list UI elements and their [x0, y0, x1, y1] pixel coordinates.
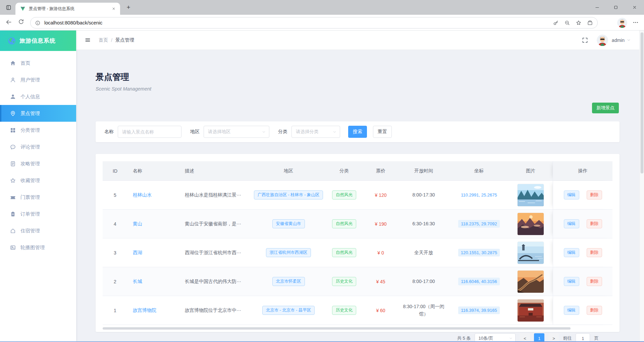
sidebar-item-chat[interactable]: 评论管理 [0, 138, 76, 155]
cell-id: 3 [103, 238, 127, 267]
sidebar-item-doc[interactable]: 攻略管理 [0, 155, 76, 172]
password-key-icon[interactable] [553, 20, 558, 25]
region-tag: 北京市 - 北京市 - 昌平区 [262, 306, 315, 315]
window-close-button[interactable] [625, 0, 644, 15]
delete-button[interactable]: 删除 [587, 190, 602, 199]
sidebar-menu: 首页用户管理个人信息景点管理分类管理评论管理攻略管理收藏管理门票管理订单管理住宿… [0, 55, 76, 256]
add-scenic-button[interactable]: 新增景点 [592, 103, 619, 113]
sidebar: 旅游信息系统 首页用户管理个人信息景点管理分类管理评论管理攻略管理收藏管理门票管… [0, 31, 76, 342]
delete-button[interactable]: 删除 [587, 248, 602, 257]
cell-desc: 西湖位于浙江省杭州市西··· [179, 238, 252, 267]
page-subtitle: Scenic Spot Management [96, 86, 151, 92]
chevron-down-icon [509, 337, 513, 340]
scenic-thumbnail[interactable] [518, 242, 544, 264]
page-size-select[interactable]: 10条/页 [475, 333, 516, 342]
app-title: 旅游信息系统 [19, 37, 56, 45]
scenic-thumbnail[interactable] [518, 184, 544, 206]
sidebar-item-user[interactable]: 用户管理 [0, 71, 76, 88]
window-menu-icon[interactable] [4, 3, 13, 12]
window-maximize-button[interactable] [606, 0, 625, 15]
edit-button[interactable]: 编辑 [564, 248, 579, 257]
page-scrollbar[interactable] [639, 31, 644, 342]
col-header-price: 票价 [364, 161, 398, 180]
table-row: 3西湖西湖位于浙江省杭州市西···浙江省杭州市西湖区自然风光¥ 0全天开放120… [103, 238, 612, 267]
sidebar-item-star[interactable]: 收藏管理 [0, 172, 76, 189]
url-field[interactable]: localhost:8080/back/scenic [30, 17, 598, 28]
breadcrumb-home[interactable]: 首页 [99, 37, 108, 43]
delete-button[interactable]: 删除 [587, 219, 602, 228]
chat-icon [10, 144, 16, 150]
cell-coord: 116.3974, 39.9165 [449, 296, 508, 325]
col-header-ops: 操作 [553, 161, 612, 180]
cell-coord: 118.2375, 29.7092 [449, 210, 508, 238]
name-filter-label: 名称 [104, 129, 114, 135]
col-header-id: ID [103, 161, 127, 180]
next-page-button[interactable]: > [548, 333, 559, 342]
goto-page-input[interactable] [576, 333, 590, 342]
browser-profile-avatar[interactable] [617, 18, 627, 28]
edit-button[interactable]: 编辑 [564, 190, 579, 199]
scenic-name-link[interactable]: 西湖 [133, 250, 142, 256]
cell-actions: 编辑删除 [553, 267, 612, 296]
sidebar-item-image[interactable]: 轮播图管理 [0, 239, 76, 256]
reset-button[interactable]: 重置 [373, 126, 392, 138]
scenic-name-link[interactable]: 长城 [133, 279, 142, 285]
prev-page-button[interactable]: < [520, 333, 530, 342]
edit-button[interactable]: 编辑 [564, 219, 579, 228]
sidebar-item-ticket[interactable]: 门票管理 [0, 189, 76, 206]
browser-menu-icon[interactable] [633, 19, 639, 25]
cell-name: 长城 [127, 267, 179, 296]
scenic-desc: 黄山位于安徽省南部，是··· [185, 221, 241, 227]
sidebar-item-grid[interactable]: 分类管理 [0, 122, 76, 138]
delete-button[interactable]: 删除 [587, 306, 602, 315]
refresh-icon[interactable] [18, 19, 24, 25]
name-filter-input[interactable] [118, 126, 181, 138]
scenic-name-link[interactable]: 黄山 [133, 221, 142, 227]
edit-button[interactable]: 编辑 [564, 306, 579, 315]
site-info-icon[interactable] [35, 20, 40, 25]
scenic-thumbnail[interactable] [518, 299, 544, 322]
cell-desc: 桂林山水是指桂林漓江景··· [179, 181, 252, 209]
scenic-name-link[interactable]: 桂林山水 [133, 192, 152, 198]
delete-button[interactable]: 删除 [587, 277, 602, 286]
sidebar-item-pin[interactable]: 景点管理 [0, 105, 76, 122]
new-tab-button[interactable]: + [125, 4, 132, 11]
user-avatar[interactable] [597, 35, 608, 46]
category-select[interactable]: 请选择分类 [291, 126, 340, 138]
region-select[interactable]: 请选择地区 [204, 126, 269, 138]
zoom-out-icon[interactable] [565, 20, 570, 25]
search-button[interactable]: 搜索 [348, 126, 367, 138]
sidebar-item-home[interactable]: 首页 [0, 55, 76, 71]
scenic-thumbnail[interactable] [518, 213, 544, 235]
browser-tab[interactable]: 景点管理 - 旅游信息系统 [15, 3, 120, 15]
cell-category: 自然风光 [325, 238, 364, 267]
region-select-placeholder: 请选择地区 [208, 129, 231, 135]
cell-hours: 8:00-17:30 [398, 181, 449, 209]
tab-close-icon[interactable] [111, 6, 117, 12]
cell-price: ¥ 60 [364, 296, 398, 325]
cell-region: 广西壮族自治区 - 桂林市 - 象山区 [252, 181, 325, 209]
user-chevron-down-icon[interactable] [627, 38, 631, 42]
table-horizontal-scrollbar[interactable] [103, 327, 571, 330]
current-page-button[interactable]: 1 [534, 333, 544, 342]
sidebar-collapse-icon[interactable] [85, 37, 91, 43]
page-scrollbar-thumb[interactable] [641, 33, 643, 173]
open-hours: 6:30-16:30 [409, 220, 438, 228]
sidebar-item-clipboard[interactable]: 订单管理 [0, 206, 76, 222]
fullscreen-icon[interactable] [582, 37, 588, 43]
sidebar-item-house[interactable]: 住宿管理 [0, 222, 76, 239]
back-icon[interactable] [5, 19, 12, 25]
edit-button[interactable]: 编辑 [564, 277, 579, 286]
favorite-star-icon[interactable] [576, 20, 581, 25]
collections-icon[interactable] [587, 20, 593, 25]
scenic-thumbnail[interactable] [518, 271, 544, 293]
pagination-total: 共 5 条 [457, 335, 471, 341]
username[interactable]: admin [612, 38, 625, 43]
category-select-placeholder: 请选择分类 [296, 129, 319, 135]
sidebar-item-person[interactable]: 个人信息 [0, 88, 76, 105]
scenic-name-link[interactable]: 故宫博物院 [133, 307, 156, 314]
globe-logo-icon [7, 37, 16, 45]
breadcrumb-current: 景点管理 [115, 37, 134, 43]
window-minimize-button[interactable] [588, 0, 606, 15]
cell-name: 故宫博物院 [127, 296, 179, 325]
